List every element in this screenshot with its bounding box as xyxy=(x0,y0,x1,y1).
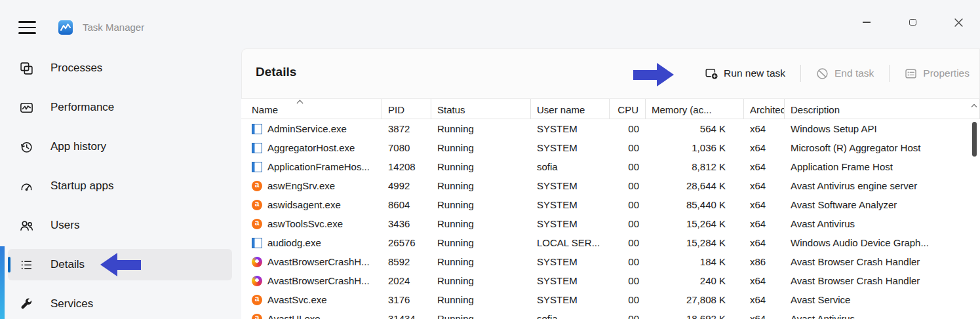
column-header-cpu[interactable]: CPU xyxy=(610,99,646,119)
task-manager-logo-icon xyxy=(58,20,73,35)
cell-user-name: SYSTEM xyxy=(531,256,610,267)
cell-memory: 564 K xyxy=(646,123,744,134)
table-row[interactable]: AggregatorHost.exe 7080 Running SYSTEM 0… xyxy=(241,138,980,157)
cell-name: AggregatorHost.exe xyxy=(241,142,382,153)
cell-description: Avast Service xyxy=(785,294,980,305)
column-header-description[interactable]: Description xyxy=(785,99,980,119)
column-header-status[interactable]: Status xyxy=(431,99,531,119)
properties-button[interactable]: Properties xyxy=(903,62,971,85)
hamburger-menu-button[interactable] xyxy=(18,19,37,36)
cell-description: Avast Software Analyzer xyxy=(785,199,980,210)
cell-user-name: SYSTEM xyxy=(531,218,610,229)
end-task-label: End task xyxy=(834,67,874,79)
cell-architecture: x64 xyxy=(744,161,785,172)
cell-description: Avast Antivirus xyxy=(785,218,980,229)
cell-user-name: SYSTEM xyxy=(531,142,610,153)
cell-cpu: 00 xyxy=(610,161,646,172)
sidebar-item-services[interactable]: Services xyxy=(8,288,232,319)
column-header-user-name[interactable]: User name xyxy=(531,99,610,119)
cell-description: Windows Setup API xyxy=(785,123,980,134)
run-new-task-button[interactable]: Run new task xyxy=(704,62,787,85)
sidebar-item-startup-apps[interactable]: Startup apps xyxy=(8,170,232,202)
process-name: AvastSvc.exe xyxy=(267,294,327,305)
toolbar-separator xyxy=(800,65,801,82)
maximize-button[interactable] xyxy=(897,10,928,34)
details-table-body: AdminService.exe 3872 Running SYSTEM 00 … xyxy=(241,119,980,319)
avast-browser-icon xyxy=(252,276,262,286)
cell-cpu: 00 xyxy=(610,180,646,191)
scroll-up-icon[interactable] xyxy=(972,103,977,108)
process-name: AvastBrowserCrashH... xyxy=(267,275,370,286)
cell-description: Windows Audio Device Graph... xyxy=(785,237,980,248)
table-row[interactable]: AvastSvc.exe 3176 Running SYSTEM 00 27,8… xyxy=(241,290,980,309)
cell-status: Running xyxy=(431,294,531,305)
details-table: Name PID Status User name CPU Memory (ac… xyxy=(241,98,980,319)
sidebar-item-details[interactable]: Details xyxy=(8,249,232,280)
cell-memory: 27,808 K xyxy=(646,294,744,305)
table-row[interactable]: ApplicationFrameHos... 14208 Running sof… xyxy=(241,157,980,176)
cell-pid: 8604 xyxy=(382,199,431,210)
table-row[interactable]: AvastBrowserCrashH... 8592 Running SYSTE… xyxy=(241,252,980,271)
end-task-button[interactable]: End task xyxy=(815,62,875,85)
cell-status: Running xyxy=(431,256,531,267)
sidebar-item-processes[interactable]: Processes xyxy=(8,52,232,84)
sort-ascending-icon xyxy=(297,100,304,107)
sidebar-item-label: Details xyxy=(50,258,85,271)
cell-cpu: 00 xyxy=(610,256,646,267)
avast-icon xyxy=(252,200,262,210)
toolbar-separator xyxy=(889,65,890,82)
table-row[interactable]: aswidsagent.exe 8604 Running SYSTEM 00 8… xyxy=(241,195,980,214)
cell-pid: 26576 xyxy=(382,237,431,248)
table-row[interactable]: AdminService.exe 3872 Running SYSTEM 00 … xyxy=(241,119,980,138)
column-label: Name xyxy=(252,104,278,115)
table-row[interactable]: AvastUI.exe 31434 Running sofia 00 18,69… xyxy=(241,309,980,319)
cell-architecture: x86 xyxy=(744,256,785,267)
run-new-task-label: Run new task xyxy=(724,67,785,79)
cell-user-name: sofia xyxy=(531,161,610,172)
scrollbar-thumb[interactable] xyxy=(972,122,977,157)
column-header-memory[interactable]: Memory (ac... xyxy=(646,99,744,119)
cell-status: Running xyxy=(431,142,531,153)
cell-cpu: 00 xyxy=(610,218,646,229)
sidebar-item-app-history[interactable]: App history xyxy=(8,131,232,162)
close-icon xyxy=(954,18,963,27)
vertical-scrollbar[interactable] xyxy=(970,101,978,319)
process-name: ApplicationFrameHos... xyxy=(267,161,370,172)
cell-user-name: SYSTEM xyxy=(531,123,610,134)
cell-memory: 240 K xyxy=(646,275,744,286)
table-row[interactable]: AvastBrowserCrashH... 2024 Running SYSTE… xyxy=(241,271,980,290)
sidebar-item-users[interactable]: Users xyxy=(8,210,232,241)
column-label: User name xyxy=(537,104,585,115)
cell-status: Running xyxy=(431,275,531,286)
column-header-architecture[interactable]: Architec... xyxy=(744,99,785,119)
sidebar: Processes Performance App history Startu… xyxy=(0,52,241,319)
cell-architecture: x64 xyxy=(744,294,785,305)
sidebar-item-label: Startup apps xyxy=(50,179,113,193)
sidebar-item-label: Users xyxy=(50,219,79,232)
sidebar-item-performance[interactable]: Performance xyxy=(8,92,232,123)
column-header-pid[interactable]: PID xyxy=(382,99,431,119)
table-row[interactable]: aswToolsSvc.exe 3436 Running SYSTEM 00 1… xyxy=(241,214,980,233)
cell-cpu: 00 xyxy=(610,142,646,153)
process-name: AvastBrowserCrashH... xyxy=(267,256,370,267)
properties-icon xyxy=(905,67,917,80)
close-button[interactable] xyxy=(943,10,973,34)
minimize-button[interactable] xyxy=(852,10,882,34)
table-row[interactable]: aswEngSrv.exe 4992 Running SYSTEM 00 28,… xyxy=(241,176,980,195)
cell-pid: 3436 xyxy=(382,218,431,229)
cell-pid: 4992 xyxy=(382,180,431,191)
cell-name: AvastBrowserCrashH... xyxy=(241,275,382,286)
cell-cpu: 00 xyxy=(610,294,646,305)
process-name: AdminService.exe xyxy=(267,123,347,134)
window-title: Task Manager xyxy=(83,22,144,33)
cell-status: Running xyxy=(431,218,531,229)
cell-memory: 15,284 K xyxy=(646,237,744,248)
avast-icon xyxy=(252,295,262,305)
column-header-name[interactable]: Name xyxy=(241,99,382,119)
cell-status: Running xyxy=(431,237,531,248)
cell-user-name: SYSTEM xyxy=(531,294,610,305)
cell-status: Running xyxy=(431,199,531,210)
avast-browser-icon xyxy=(252,257,262,267)
cell-cpu: 00 xyxy=(610,313,646,319)
table-row[interactable]: audiodg.exe 26576 Running LOCAL SER... 0… xyxy=(241,233,980,252)
